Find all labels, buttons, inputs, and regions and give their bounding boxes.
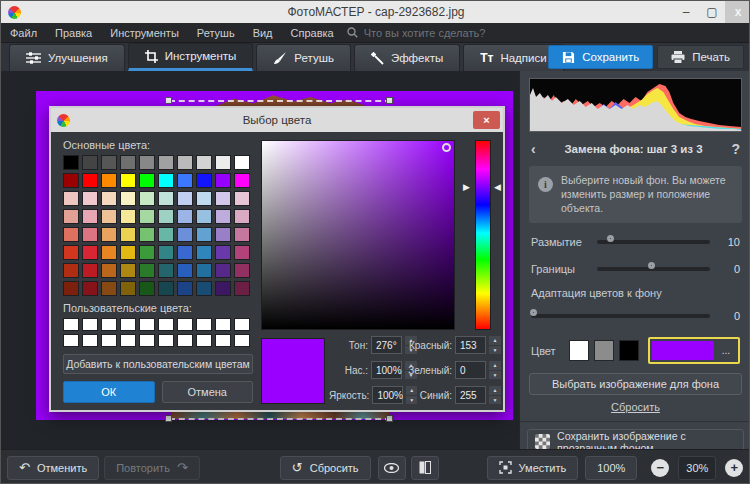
custom-color-swatch[interactable] <box>215 318 231 331</box>
menu-item[interactable]: Вид <box>244 23 282 43</box>
basic-color-swatch[interactable] <box>82 191 98 206</box>
basic-color-swatch[interactable] <box>63 281 79 296</box>
slider-thumb[interactable] <box>530 309 537 316</box>
custom-color-swatch[interactable] <box>120 334 136 347</box>
basic-color-swatch[interactable] <box>82 227 98 242</box>
basic-color-swatch[interactable] <box>139 227 155 242</box>
add-custom-color-button[interactable]: Добавить к пользовательским цветам <box>63 354 253 374</box>
custom-color-swatch[interactable] <box>101 318 117 331</box>
fit-button[interactable]: Уместить <box>487 456 579 480</box>
basic-color-swatch[interactable] <box>177 191 193 206</box>
basic-color-swatch[interactable] <box>139 173 155 188</box>
basic-color-swatch[interactable] <box>215 281 231 296</box>
current-color-swatch[interactable] <box>652 341 714 360</box>
basic-color-swatch[interactable] <box>120 209 136 224</box>
basic-color-swatch[interactable] <box>234 155 250 170</box>
menu-item[interactable]: Инструменты <box>101 23 188 43</box>
custom-color-swatch[interactable] <box>63 318 79 331</box>
field-value-input[interactable]: 100% <box>371 361 402 379</box>
basic-color-swatch[interactable] <box>215 263 231 278</box>
basic-color-swatch[interactable] <box>215 155 231 170</box>
basic-color-swatch[interactable] <box>234 281 250 296</box>
custom-color-swatch[interactable] <box>63 334 79 347</box>
basic-color-swatch[interactable] <box>177 263 193 278</box>
basic-color-swatch[interactable] <box>196 173 212 188</box>
print-button[interactable]: Печать <box>657 45 744 69</box>
basic-color-swatch[interactable] <box>196 245 212 260</box>
selection-handle-top-right[interactable] <box>386 97 393 104</box>
tab-улучшения[interactable]: Улучшения <box>9 44 125 71</box>
basic-color-swatch[interactable] <box>139 209 155 224</box>
basic-color-swatch[interactable] <box>158 263 174 278</box>
basic-color-swatch[interactable] <box>120 191 136 206</box>
slider-track[interactable] <box>597 240 710 244</box>
basic-color-swatch[interactable] <box>177 155 193 170</box>
undo-button[interactable]: ↶ Отменить <box>7 456 99 480</box>
tab-ретушь[interactable]: Ретушь <box>256 44 351 71</box>
basic-color-swatch[interactable] <box>63 209 79 224</box>
spin-up-icon[interactable]: ▲ <box>489 336 501 345</box>
basic-color-swatch[interactable] <box>120 155 136 170</box>
basic-color-swatch[interactable] <box>177 173 193 188</box>
basic-color-swatch[interactable] <box>158 191 174 206</box>
custom-color-swatch[interactable] <box>82 334 98 347</box>
basic-color-swatch[interactable] <box>196 263 212 278</box>
preset-color-gray[interactable] <box>594 340 614 361</box>
basic-color-swatch[interactable] <box>120 263 136 278</box>
basic-color-swatch[interactable] <box>177 245 193 260</box>
basic-color-swatch[interactable] <box>63 245 79 260</box>
menu-item[interactable]: Файл <box>1 23 46 43</box>
zoom-out-button[interactable]: − <box>651 459 669 477</box>
basic-color-swatch[interactable] <box>158 281 174 296</box>
basic-color-swatch[interactable] <box>234 191 250 206</box>
spin-down-icon[interactable]: ▼ <box>489 346 501 355</box>
choose-background-image-button[interactable]: Выбрать изображение для фона <box>529 373 742 395</box>
basic-color-swatch[interactable] <box>158 155 174 170</box>
compare-button[interactable] <box>411 456 439 480</box>
basic-color-swatch[interactable] <box>234 227 250 242</box>
custom-color-swatch[interactable] <box>177 318 193 331</box>
custom-color-swatch[interactable] <box>101 334 117 347</box>
basic-color-swatch[interactable] <box>215 245 231 260</box>
reset-link[interactable]: Сбросить <box>611 401 660 413</box>
dialog-title-bar[interactable]: Выбор цвета × <box>51 108 503 132</box>
basic-color-swatch[interactable] <box>177 281 193 296</box>
zoom-in-button[interactable]: + <box>725 459 743 477</box>
basic-color-swatch[interactable] <box>101 281 117 296</box>
basic-color-swatch[interactable] <box>101 173 117 188</box>
tab-инструменты[interactable]: Инструменты <box>128 43 254 71</box>
field-value-input[interactable]: 0 <box>455 361 486 379</box>
basic-color-swatch[interactable] <box>139 263 155 278</box>
custom-color-swatch[interactable] <box>120 318 136 331</box>
basic-color-swatch[interactable] <box>158 227 174 242</box>
basic-color-swatch[interactable] <box>234 263 250 278</box>
before-after-button[interactable] <box>378 456 406 480</box>
redo-button[interactable]: Повторить ↷ <box>104 456 200 480</box>
basic-color-swatch[interactable] <box>82 155 98 170</box>
hue-marker-left-icon[interactable]: ▶ <box>463 182 470 192</box>
spin-up-icon[interactable]: ▲ <box>489 361 501 370</box>
field-value-input[interactable]: 100% <box>372 386 403 404</box>
basic-color-swatch[interactable] <box>196 155 212 170</box>
basic-color-swatch[interactable] <box>215 173 231 188</box>
preset-color-black[interactable] <box>619 340 639 361</box>
custom-color-swatch[interactable] <box>139 334 155 347</box>
custom-color-swatch[interactable] <box>196 318 212 331</box>
custom-color-swatch[interactable] <box>158 334 174 347</box>
basic-color-swatch[interactable] <box>101 191 117 206</box>
basic-color-swatch[interactable] <box>82 173 98 188</box>
basic-color-swatch[interactable] <box>139 281 155 296</box>
selection-bottom-edge[interactable] <box>169 418 391 420</box>
basic-color-swatch[interactable] <box>63 155 79 170</box>
basic-color-swatch[interactable] <box>139 245 155 260</box>
basic-color-swatch[interactable] <box>177 227 193 242</box>
basic-color-swatch[interactable] <box>63 191 79 206</box>
basic-color-swatch[interactable] <box>63 227 79 242</box>
basic-color-swatch[interactable] <box>158 173 174 188</box>
selection-top-edge[interactable] <box>169 100 391 102</box>
dialog-cancel-button[interactable]: Отмена <box>162 381 254 403</box>
search-box[interactable]: Что вы хотите сделать? <box>347 27 486 39</box>
panel-help-icon[interactable]: ? <box>731 141 740 157</box>
spin-down-icon[interactable]: ▼ <box>489 371 501 380</box>
basic-color-swatch[interactable] <box>101 245 117 260</box>
